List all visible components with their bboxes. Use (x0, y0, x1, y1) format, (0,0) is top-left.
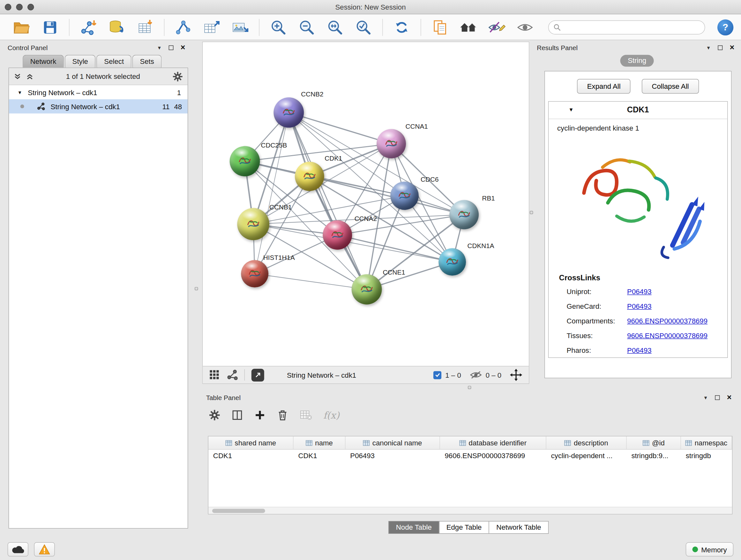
column-header-name[interactable]: name (293, 436, 346, 449)
help-button[interactable]: ? (718, 19, 733, 35)
birdseye-grid-icon[interactable] (209, 370, 220, 380)
memory-button[interactable]: Memory (685, 543, 733, 557)
home-button[interactable] (458, 16, 479, 38)
network-node-RB1[interactable] (449, 200, 479, 229)
crosslink-compartments-link[interactable]: 9606.ENSP00000378699 (627, 314, 708, 328)
panel-menu-icon[interactable]: ▼ (703, 395, 708, 400)
network-node-CCNB2[interactable] (273, 98, 304, 128)
zoom-fit-button[interactable] (325, 16, 345, 38)
panel-menu-icon[interactable]: ▼ (157, 45, 162, 50)
table-cell-2[interactable]: P06493 (346, 449, 440, 462)
import-network-file-button[interactable] (78, 16, 98, 38)
import-table-file-button[interactable] (135, 16, 155, 38)
table-cell-6[interactable]: stringdb (681, 449, 732, 462)
network-row[interactable]: String Network – cdk1 11 48 (9, 99, 188, 113)
tab-style[interactable]: Style (65, 55, 96, 68)
column-header-description[interactable]: description (546, 436, 627, 449)
export-network-button[interactable] (173, 16, 194, 38)
open-session-button[interactable] (11, 16, 32, 38)
import-network-database-button[interactable] (106, 16, 127, 38)
cloud-button[interactable] (8, 543, 28, 557)
network-node-CDC6[interactable] (390, 182, 419, 210)
column-header-database-identifier[interactable]: database identifier (440, 436, 546, 449)
table-cell-3[interactable]: 9606.ENSP00000378699 (440, 449, 546, 462)
show-all-button[interactable] (515, 16, 536, 38)
crosslink-genecard-link[interactable]: P06493 (627, 299, 652, 314)
crosslink-pharos-link[interactable]: P06493 (627, 343, 652, 358)
close-panel-icon[interactable]: × (730, 45, 735, 50)
tab-network[interactable]: Network (23, 55, 64, 68)
panel-menu-icon[interactable]: ▼ (706, 45, 711, 50)
selected-checkbox-icon[interactable] (433, 371, 441, 379)
close-panel-icon[interactable]: × (727, 395, 732, 400)
collapse-gene-icon[interactable]: ▼ (568, 107, 574, 113)
table-options-gear-icon[interactable] (209, 409, 220, 421)
table-cell-0[interactable]: CDK1 (208, 449, 293, 462)
expand-all-icon[interactable] (26, 72, 33, 80)
zoom-selected-button[interactable] (353, 16, 374, 38)
network-node-CCNB1[interactable] (237, 208, 269, 240)
show-columns-icon[interactable] (232, 409, 243, 421)
open-in-browser-button[interactable] (252, 368, 264, 381)
network-node-CDC25B[interactable] (230, 146, 260, 177)
search-input[interactable] (564, 21, 704, 33)
zoom-out-button[interactable] (296, 16, 317, 38)
fit-content-crosshair-icon[interactable] (510, 369, 522, 381)
network-options-gear-icon[interactable] (173, 71, 183, 82)
tab-network-table[interactable]: Network Table (489, 521, 549, 534)
hide-selection-button[interactable] (486, 16, 507, 38)
network-edge-HIST1H1A-CCNE1[interactable] (255, 273, 367, 289)
float-panel-icon[interactable] (718, 45, 723, 50)
collapse-all-icon[interactable] (14, 72, 21, 80)
crosslink-tissues-link[interactable]: 9606.ENSP00000378699 (627, 328, 708, 343)
network-edge-CCNA2-CDKN1A[interactable] (337, 235, 452, 262)
duplicate-network-button[interactable] (429, 16, 450, 38)
network-edge-CCNB2-CCNA1[interactable] (289, 112, 391, 144)
close-panel-icon[interactable]: × (181, 45, 185, 50)
network-collection-row[interactable]: ▼ String Network – cdk1 1 (9, 85, 188, 99)
hidden-eye-icon[interactable] (469, 371, 482, 379)
network-edge-CCNB2-CCNE1[interactable] (289, 112, 367, 289)
tab-node-table[interactable]: Node Table (388, 521, 439, 534)
vertical-splitter-handle[interactable] (195, 287, 198, 290)
column-header-namespac[interactable]: namespac (681, 436, 732, 449)
tab-select[interactable]: Select (97, 55, 131, 68)
column-header-@id[interactable]: @id (627, 436, 681, 449)
delete-column-trash-icon[interactable] (277, 409, 288, 422)
expand-all-button[interactable]: Expand All (577, 79, 630, 94)
collapse-collection-icon[interactable]: ▼ (17, 90, 22, 95)
tab-edge-table[interactable]: Edge Table (439, 521, 489, 534)
horizontal-splitter-handle[interactable] (468, 386, 471, 389)
save-session-button[interactable] (40, 16, 60, 38)
table-cell-5[interactable]: stringdb:9... (627, 449, 681, 462)
gene-section-header[interactable]: ▼ CDK1 (549, 102, 727, 119)
network-node-CCNA2[interactable] (323, 220, 352, 250)
warnings-button[interactable] (34, 543, 55, 557)
network-canvas[interactable]: CCNB2CCNA1CDC25BCDK1CDC6RB1CCNB1CCNA2CDK… (203, 42, 529, 366)
export-image-button[interactable] (230, 16, 251, 38)
table-cell-1[interactable]: CDK1 (293, 449, 346, 462)
crosslink-uniprot-link[interactable]: P06493 (627, 284, 652, 299)
network-node-CDK1[interactable] (295, 162, 324, 191)
share-network-icon[interactable] (227, 370, 238, 380)
string-results-tab[interactable]: String (620, 55, 654, 67)
table-cell-4[interactable]: cyclin-dependent ... (546, 449, 627, 462)
scrollbar-thumb[interactable] (212, 509, 265, 513)
apply-layout-button[interactable] (391, 16, 412, 38)
zoom-in-button[interactable] (268, 16, 289, 38)
float-panel-icon[interactable] (169, 45, 174, 50)
table-horizontal-scrollbar[interactable] (208, 507, 732, 514)
network-node-CCNE1[interactable] (352, 274, 382, 305)
export-table-button[interactable] (201, 16, 222, 38)
network-node-CDKN1A[interactable] (439, 248, 466, 275)
column-header-canonical-name[interactable]: canonical name (346, 436, 440, 449)
vertical-splitter-handle[interactable] (530, 211, 533, 214)
collapse-all-button[interactable]: Collapse All (642, 79, 698, 94)
add-column-icon[interactable] (254, 409, 266, 421)
tab-sets[interactable]: Sets (132, 55, 162, 68)
network-node-CCNA1[interactable] (377, 129, 406, 159)
network-node-HIST1H1A[interactable] (241, 260, 268, 287)
column-header-shared-name[interactable]: shared name (208, 436, 293, 449)
network-edge-CCNB2-HIST1H1A[interactable] (255, 112, 289, 273)
float-panel-icon[interactable] (715, 395, 720, 400)
